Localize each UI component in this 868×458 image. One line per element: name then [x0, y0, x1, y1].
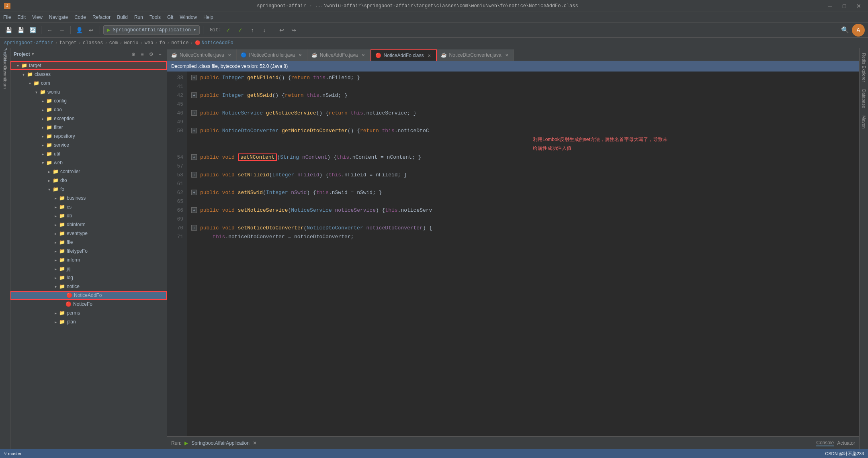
breadcrumb-classes[interactable]: classes — [83, 40, 103, 46]
tab-noticedtoconverter[interactable]: ☕ NoticeDtoConverter.java ✕ — [437, 49, 514, 61]
panel-collapse-btn[interactable]: ≡ — [139, 51, 146, 58]
breadcrumb-com[interactable]: com — [109, 40, 118, 46]
expand-62[interactable]: + — [191, 190, 197, 195]
tree-item-perms[interactable]: ▸ 📁 perms — [10, 309, 167, 317]
tree-item-notice[interactable]: ▾ 📁 notice — [10, 282, 167, 291]
tree-item-controller[interactable]: ▸ 📁 controller — [10, 167, 167, 176]
tab-noticecontroller[interactable]: ☕ NoticeController.java ✕ — [167, 49, 237, 61]
tree-item-target[interactable]: ▾ 📁 target — [10, 61, 167, 70]
tree-item-inform[interactable]: ▸ 📁 inform — [10, 256, 167, 264]
breadcrumb-root[interactable]: springboot-affair — [4, 40, 53, 46]
commit-panel-toggle[interactable]: Commit — [1, 69, 10, 78]
tab-close-noticedtoconverter[interactable]: ✕ — [504, 52, 510, 58]
menu-tools[interactable]: Tools — [149, 14, 161, 20]
breadcrumb-notice[interactable]: notice — [171, 40, 188, 46]
expand-38[interactable]: + — [191, 75, 197, 80]
breadcrumb-woniu[interactable]: woniu — [124, 40, 138, 46]
breadcrumb-web[interactable]: web — [145, 40, 154, 46]
maximize-button[interactable]: □ — [839, 1, 850, 11]
panel-hide-btn[interactable]: − — [156, 51, 164, 58]
redis-explorer-btn[interactable]: Redis Explorer — [861, 50, 867, 85]
tab-noticeaddfo-class[interactable]: 🔴 NoticeAddFo.class ✕ — [371, 49, 437, 61]
code-content[interactable]: + public Integer getNFileid() { return t… — [187, 72, 859, 436]
tab-close-noticeaddfo-class[interactable]: ✕ — [426, 53, 432, 58]
tree-item-classes[interactable]: ▾ 📁 classes — [10, 70, 167, 79]
back-button[interactable]: ← — [45, 25, 55, 35]
git-check-button[interactable]: ✓ — [223, 25, 233, 35]
tree-item-file[interactable]: ▸ 📁 file — [10, 238, 167, 247]
actuator-btn[interactable]: Actuator — [837, 440, 855, 446]
git-up-button[interactable]: ↑ — [247, 25, 258, 35]
console-btn[interactable]: Console — [816, 440, 834, 446]
panel-sync-btn[interactable]: ⊕ — [130, 51, 137, 58]
tab-noticeaddfo-java[interactable]: ☕ NoticeAddFo.java ✕ — [307, 49, 371, 61]
forward-button[interactable]: → — [57, 25, 67, 35]
expand-66[interactable]: + — [191, 207, 197, 213]
expand-54[interactable]: + — [191, 154, 197, 160]
redo-button[interactable]: ↪ — [289, 25, 299, 35]
expand-58[interactable]: + — [191, 172, 197, 178]
tree-item-fo[interactable]: ▾ 📁 fo — [10, 185, 167, 194]
tab-inoticecontroller[interactable]: 🔵 INoticeController.java ✕ — [237, 49, 307, 61]
tree-item-woniu[interactable]: ▾ 📁 woniu — [10, 88, 167, 96]
tree-item-cs[interactable]: ▸ 📁 cs — [10, 202, 167, 211]
tree-item-web[interactable]: ▾ 📁 web — [10, 158, 167, 167]
tree-item-repository[interactable]: ▸ 📁 repository — [10, 132, 167, 141]
tree-item-dbinform[interactable]: ▸ 📁 dbinform — [10, 220, 167, 229]
menu-git[interactable]: Git — [167, 14, 173, 20]
menu-build[interactable]: Build — [117, 14, 128, 20]
expand-50[interactable]: + — [191, 128, 197, 133]
panel-settings-btn[interactable]: ⚙ — [147, 51, 155, 58]
tab-close-noticecontroller[interactable]: ✕ — [227, 52, 232, 58]
expand-46[interactable]: + — [191, 110, 197, 116]
tree-item-dao[interactable]: ▸ 📁 dao — [10, 105, 167, 114]
tree-item-jq[interactable]: ▸ 📁 jq — [10, 264, 167, 273]
sync-button[interactable]: 🔄 — [27, 25, 38, 35]
tree-item-config[interactable]: ▸ 📁 config — [10, 96, 167, 105]
run-config-selector[interactable]: ▶ SpringbootAffairApplication ▾ — [103, 25, 200, 35]
database-btn[interactable]: Database — [861, 86, 867, 111]
tree-item-filetypefo[interactable]: ▸ 📁 filetypeFo — [10, 247, 167, 256]
maven-btn[interactable]: Maven — [861, 112, 867, 132]
tree-item-log[interactable]: ▸ 📁 log — [10, 273, 167, 282]
menu-window[interactable]: Window — [180, 14, 197, 20]
tree-item-service[interactable]: ▸ 📁 service — [10, 141, 167, 149]
tree-item-business[interactable]: ▸ 📁 business — [10, 194, 167, 202]
git-down-button[interactable]: ↓ — [259, 25, 270, 35]
learn-panel-toggle[interactable]: Learn — [1, 79, 10, 88]
tree-item-com[interactable]: ▾ 📁 com — [10, 79, 167, 88]
menu-help[interactable]: Help — [203, 14, 213, 20]
undo2-button[interactable]: ↩ — [276, 25, 287, 35]
menu-file[interactable]: File — [3, 14, 11, 20]
tab-close-inoticecontroller[interactable]: ✕ — [297, 52, 303, 58]
avatar[interactable]: A — [852, 24, 865, 37]
project-panel-dropdown[interactable]: ▾ — [32, 51, 34, 57]
close-button[interactable]: ✕ — [854, 1, 864, 11]
search-button[interactable]: 🔍 — [840, 25, 850, 35]
tree-item-noticeaddfo[interactable]: 🔴 NoticeAddFo — [10, 291, 167, 300]
save-button[interactable]: 💾 — [3, 25, 14, 35]
minimize-button[interactable]: ─ — [825, 1, 835, 11]
menu-view[interactable]: View — [32, 14, 43, 20]
save-all-button[interactable]: 💾 — [15, 25, 26, 35]
breadcrumb-file[interactable]: 🔴NoticeAddFo — [195, 40, 233, 46]
menu-edit[interactable]: Edit — [17, 14, 26, 20]
menu-code[interactable]: Code — [74, 14, 86, 20]
tree-item-plan[interactable]: ▸ 📁 plan — [10, 317, 167, 326]
breadcrumb-fo[interactable]: fo — [160, 40, 165, 46]
tree-item-filter[interactable]: ▸ 📁 filter — [10, 123, 167, 132]
tree-item-db[interactable]: ▸ 📁 db — [10, 211, 167, 220]
tree-item-noticeFo[interactable]: 🔴 NoticeFo — [10, 300, 167, 309]
menu-run[interactable]: Run — [134, 14, 143, 20]
tab-close-noticeaddfo-java[interactable]: ✕ — [360, 52, 366, 58]
undo-button[interactable]: ↩ — [86, 25, 96, 35]
menu-navigate[interactable]: Navigate — [49, 14, 68, 20]
menu-refactor[interactable]: Refactor — [92, 14, 111, 20]
tree-item-exception[interactable]: ▸ 📁 exception — [10, 114, 167, 123]
profile-button[interactable]: 👤 — [74, 25, 84, 35]
tree-item-eventtype[interactable]: ▸ 📁 eventtype — [10, 229, 167, 238]
breadcrumb-target[interactable]: target — [59, 40, 77, 46]
tree-item-dto[interactable]: ▸ 📁 dto — [10, 176, 167, 185]
tree-item-util[interactable]: ▸ 📁 util — [10, 149, 167, 158]
run-close-btn[interactable]: ✕ — [253, 440, 257, 446]
